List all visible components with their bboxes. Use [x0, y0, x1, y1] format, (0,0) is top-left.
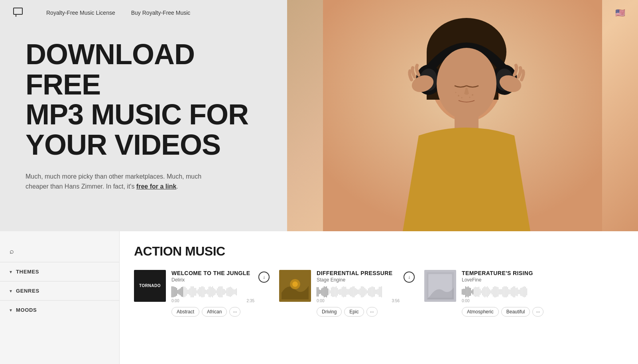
track-album-2[interactable]: [279, 270, 311, 302]
track-tag[interactable]: African: [202, 307, 227, 317]
chevron-themes-icon: ▾: [10, 269, 12, 275]
nav-link-license[interactable]: Royalty-Free Music License: [46, 10, 115, 16]
sidebar-search[interactable]: ⌕: [0, 241, 119, 262]
track-more-tags-2[interactable]: ···: [366, 307, 378, 317]
hero-subtitle: Much, much more picky than other marketp…: [26, 171, 217, 192]
track-artist-2: Stage Engine: [317, 277, 400, 283]
track-card: DIFFERENTIAL PRESSURE Stage Engine 0:00 …: [279, 270, 415, 317]
track-tag[interactable]: Abstract: [171, 307, 199, 317]
track-artist-3: LoveFine: [462, 277, 560, 283]
download-button-1[interactable]: ↓: [258, 272, 270, 283]
nav-link-buy[interactable]: Buy Royalty-Free Music: [131, 10, 191, 16]
track-info-2: DIFFERENTIAL PRESSURE Stage Engine 0:00 …: [317, 270, 415, 317]
genres-label: GENRES: [16, 288, 39, 294]
svg-point-11: [437, 48, 496, 120]
track-more-tags-3[interactable]: ···: [532, 307, 543, 317]
nav-right: 🇺🇸: [615, 8, 625, 18]
track-tag[interactable]: Atmospheric: [462, 307, 499, 317]
nav-links: Royalty-Free Music License Buy Royalty-F…: [46, 10, 190, 16]
album-cover-2: [279, 270, 311, 302]
download-icon-2: ↓: [408, 275, 410, 279]
hero-title: DOWNLOAD FREE MP3 MUSIC FOR YOUR VIDEOS: [26, 39, 255, 160]
track-card: TORNADO WELCOME TO THE JUNGLE Delirix 0:…: [134, 270, 270, 317]
track-info-3: TEMPERATURE'S RISING LoveFine 0:00 Atmos…: [462, 270, 560, 317]
sidebar-item-genres[interactable]: ▾ GENRES: [0, 281, 119, 300]
sidebar-item-themes[interactable]: ▾ THEMES: [0, 262, 119, 281]
track-times-1: 0:00 2:35: [171, 299, 254, 303]
track-times-2: 0:00 3:56: [317, 299, 400, 303]
navigation: Royalty-Free Music License Buy Royalty-F…: [0, 0, 638, 26]
album-cover-1: TORNADO: [134, 270, 166, 302]
track-card: TEMPERATURE'S RISING LoveFine 0:00 Atmos…: [424, 270, 560, 317]
track-album-3[interactable]: [424, 270, 456, 302]
svg-point-16: [461, 97, 463, 98]
main-content: ACTION MUSIC TORNADO WELCOME TO THE JUNG…: [120, 231, 638, 364]
track-name-1: WELCOME TO THE JUNGLE: [171, 270, 254, 276]
track-album-1[interactable]: TORNADO: [134, 270, 166, 302]
track-tags-2: Driving Epic ···: [317, 307, 415, 317]
track-artist-1: Delirix: [171, 277, 254, 283]
track-tag[interactable]: Epic: [344, 307, 364, 317]
download-icon-1: ↓: [263, 275, 265, 279]
track-waveform-1[interactable]: [171, 286, 254, 298]
themes-label: THEMES: [16, 269, 39, 275]
svg-point-15: [458, 95, 459, 96]
download-button-2[interactable]: ↓: [404, 272, 415, 283]
track-more-tags-1[interactable]: ···: [229, 307, 240, 317]
section-title: ACTION MUSIC: [134, 244, 625, 259]
track-tag[interactable]: Beautiful: [501, 307, 530, 317]
logo[interactable]: [13, 7, 27, 18]
sidebar: ⌕ ▾ THEMES ▾ GENRES ▾ MOODS: [0, 231, 120, 364]
hero-subtitle-link[interactable]: free for a link: [136, 183, 176, 190]
svg-point-19: [455, 92, 457, 93]
svg-point-18: [469, 97, 471, 98]
chevron-genres-icon: ▾: [10, 288, 12, 294]
track-waveform-3[interactable]: [462, 286, 560, 298]
main-area: ⌕ ▾ THEMES ▾ GENRES ▾ MOODS ACTION MUSIC…: [0, 231, 638, 364]
hero-image: [287, 0, 638, 231]
chevron-moods-icon: ▾: [10, 307, 12, 313]
track-name-2: DIFFERENTIAL PRESSURE: [317, 270, 400, 276]
tracks-row: TORNADO WELCOME TO THE JUNGLE Delirix 0:…: [134, 270, 625, 317]
track-tags-3: Atmospheric Beautiful ···: [462, 307, 560, 317]
search-icon[interactable]: ⌕: [10, 247, 14, 256]
language-flag-icon[interactable]: 🇺🇸: [615, 8, 625, 17]
hero-content: DOWNLOAD FREE MP3 MUSIC FOR YOUR VIDEOS …: [0, 8, 255, 224]
album-cover-3: [424, 270, 456, 302]
track-name-3: TEMPERATURE'S RISING: [462, 270, 560, 276]
moods-label: MOODS: [16, 307, 37, 313]
svg-point-17: [472, 94, 473, 96]
sidebar-item-moods[interactable]: ▾ MOODS: [0, 300, 119, 319]
hero-section: DOWNLOAD FREE MP3 MUSIC FOR YOUR VIDEOS …: [0, 0, 638, 231]
track-waveform-2[interactable]: [317, 286, 400, 298]
track-tag[interactable]: Driving: [317, 307, 342, 317]
track-times-3: 0:00: [462, 299, 560, 303]
svg-point-22: [292, 281, 298, 287]
hero-person-image: [287, 0, 638, 231]
track-info-1: WELCOME TO THE JUNGLE Delirix 0:00 2:35 …: [171, 270, 270, 317]
svg-rect-0: [14, 8, 22, 14]
track-tags-1: Abstract African ···: [171, 307, 270, 317]
